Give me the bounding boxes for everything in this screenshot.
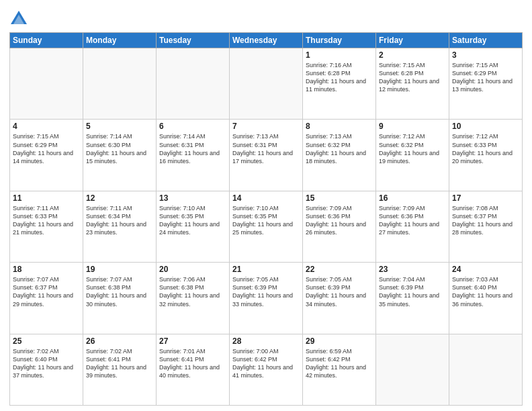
calendar-cell: 21Sunrise: 7:05 AM Sunset: 6:39 PM Dayli… xyxy=(230,263,303,334)
day-info: Sunrise: 7:15 AM Sunset: 6:28 PM Dayligh… xyxy=(379,61,446,94)
calendar-cell: 8Sunrise: 7:13 AM Sunset: 6:32 PM Daylig… xyxy=(303,120,376,191)
day-info: Sunrise: 7:01 AM Sunset: 6:41 PM Dayligh… xyxy=(159,347,226,380)
day-number: 25 xyxy=(13,336,80,346)
day-info: Sunrise: 7:05 AM Sunset: 6:39 PM Dayligh… xyxy=(306,275,373,308)
calendar-cell: 24Sunrise: 7:03 AM Sunset: 6:40 PM Dayli… xyxy=(449,263,523,334)
logo xyxy=(9,9,30,28)
day-number: 12 xyxy=(86,193,153,203)
day-number: 29 xyxy=(306,336,373,346)
calendar-cell: 6Sunrise: 7:14 AM Sunset: 6:31 PM Daylig… xyxy=(157,120,230,191)
calendar-cell: 4Sunrise: 7:15 AM Sunset: 6:29 PM Daylig… xyxy=(10,120,83,191)
weekday-monday: Monday xyxy=(83,33,157,48)
day-info: Sunrise: 7:09 AM Sunset: 6:36 PM Dayligh… xyxy=(306,204,373,237)
calendar-cell: 25Sunrise: 7:02 AM Sunset: 6:40 PM Dayli… xyxy=(10,334,83,405)
day-info: Sunrise: 7:11 AM Sunset: 6:33 PM Dayligh… xyxy=(13,204,80,237)
week-row-3: 18Sunrise: 7:07 AM Sunset: 6:37 PM Dayli… xyxy=(10,263,523,334)
calendar-cell: 11Sunrise: 7:11 AM Sunset: 6:33 PM Dayli… xyxy=(10,191,83,262)
calendar-cell: 13Sunrise: 7:10 AM Sunset: 6:35 PM Dayli… xyxy=(157,191,230,262)
day-number: 6 xyxy=(159,122,226,131)
calendar-cell: 1Sunrise: 7:16 AM Sunset: 6:28 PM Daylig… xyxy=(303,48,376,120)
day-info: Sunrise: 7:14 AM Sunset: 6:30 PM Dayligh… xyxy=(86,132,153,165)
calendar-cell: 27Sunrise: 7:01 AM Sunset: 6:41 PM Dayli… xyxy=(157,334,230,405)
calendar-cell: 26Sunrise: 7:02 AM Sunset: 6:41 PM Dayli… xyxy=(83,334,157,405)
day-info: Sunrise: 7:09 AM Sunset: 6:36 PM Dayligh… xyxy=(379,204,446,237)
day-info: Sunrise: 6:59 AM Sunset: 6:42 PM Dayligh… xyxy=(306,347,373,380)
weekday-saturday: Saturday xyxy=(449,33,523,48)
day-number: 11 xyxy=(13,193,80,203)
day-number: 22 xyxy=(306,265,373,274)
day-info: Sunrise: 7:07 AM Sunset: 6:38 PM Dayligh… xyxy=(86,275,153,308)
day-info: Sunrise: 7:08 AM Sunset: 6:37 PM Dayligh… xyxy=(452,204,519,237)
day-number: 10 xyxy=(452,122,519,131)
day-info: Sunrise: 7:13 AM Sunset: 6:31 PM Dayligh… xyxy=(232,132,300,165)
day-number: 28 xyxy=(232,336,300,346)
day-number: 15 xyxy=(306,193,373,203)
day-info: Sunrise: 7:06 AM Sunset: 6:38 PM Dayligh… xyxy=(159,275,226,308)
calendar-cell xyxy=(157,48,230,120)
day-number: 18 xyxy=(13,265,80,274)
week-row-4: 25Sunrise: 7:02 AM Sunset: 6:40 PM Dayli… xyxy=(10,334,523,405)
calendar-cell: 17Sunrise: 7:08 AM Sunset: 6:37 PM Dayli… xyxy=(449,191,523,262)
weekday-sunday: Sunday xyxy=(10,33,83,48)
day-number: 26 xyxy=(86,336,153,346)
calendar-cell: 12Sunrise: 7:11 AM Sunset: 6:34 PM Dayli… xyxy=(83,191,157,262)
day-info: Sunrise: 7:16 AM Sunset: 6:28 PM Dayligh… xyxy=(306,61,373,94)
day-info: Sunrise: 7:11 AM Sunset: 6:34 PM Dayligh… xyxy=(86,204,153,237)
day-number: 23 xyxy=(379,265,446,274)
header xyxy=(9,7,523,28)
calendar-cell xyxy=(10,48,83,120)
calendar-cell: 20Sunrise: 7:06 AM Sunset: 6:38 PM Dayli… xyxy=(157,263,230,334)
calendar-cell: 29Sunrise: 6:59 AM Sunset: 6:42 PM Dayli… xyxy=(303,334,376,405)
calendar-cell: 14Sunrise: 7:10 AM Sunset: 6:35 PM Dayli… xyxy=(230,191,303,262)
calendar-cell: 18Sunrise: 7:07 AM Sunset: 6:37 PM Dayli… xyxy=(10,263,83,334)
weekday-wednesday: Wednesday xyxy=(230,33,303,48)
day-info: Sunrise: 7:13 AM Sunset: 6:32 PM Dayligh… xyxy=(306,132,373,165)
calendar-cell: 28Sunrise: 7:00 AM Sunset: 6:42 PM Dayli… xyxy=(230,334,303,405)
day-number: 4 xyxy=(13,122,80,131)
day-number: 17 xyxy=(452,193,519,203)
day-info: Sunrise: 7:03 AM Sunset: 6:40 PM Dayligh… xyxy=(452,275,519,308)
day-info: Sunrise: 7:02 AM Sunset: 6:40 PM Dayligh… xyxy=(13,347,80,380)
calendar-cell: 3Sunrise: 7:15 AM Sunset: 6:29 PM Daylig… xyxy=(449,48,523,120)
day-info: Sunrise: 7:10 AM Sunset: 6:35 PM Dayligh… xyxy=(159,204,226,237)
day-number: 3 xyxy=(452,50,519,60)
weekday-friday: Friday xyxy=(376,33,449,48)
weekday-tuesday: Tuesday xyxy=(157,33,230,48)
calendar-cell: 16Sunrise: 7:09 AM Sunset: 6:36 PM Dayli… xyxy=(376,191,449,262)
day-number: 7 xyxy=(232,122,300,131)
day-number: 19 xyxy=(86,265,153,274)
day-info: Sunrise: 7:12 AM Sunset: 6:33 PM Dayligh… xyxy=(452,132,519,165)
calendar-cell xyxy=(449,334,523,405)
week-row-0: 1Sunrise: 7:16 AM Sunset: 6:28 PM Daylig… xyxy=(10,48,523,120)
calendar-cell: 9Sunrise: 7:12 AM Sunset: 6:32 PM Daylig… xyxy=(376,120,449,191)
day-info: Sunrise: 7:15 AM Sunset: 6:29 PM Dayligh… xyxy=(452,61,519,94)
day-info: Sunrise: 7:07 AM Sunset: 6:37 PM Dayligh… xyxy=(13,275,80,308)
day-info: Sunrise: 7:04 AM Sunset: 6:39 PM Dayligh… xyxy=(379,275,446,308)
day-number: 2 xyxy=(379,50,446,60)
day-number: 9 xyxy=(379,122,446,131)
week-row-2: 11Sunrise: 7:11 AM Sunset: 6:33 PM Dayli… xyxy=(10,191,523,262)
calendar-cell: 19Sunrise: 7:07 AM Sunset: 6:38 PM Dayli… xyxy=(83,263,157,334)
calendar-cell xyxy=(83,48,157,120)
day-number: 5 xyxy=(86,122,153,131)
calendar-cell: 15Sunrise: 7:09 AM Sunset: 6:36 PM Dayli… xyxy=(303,191,376,262)
day-number: 21 xyxy=(232,265,300,274)
day-info: Sunrise: 7:05 AM Sunset: 6:39 PM Dayligh… xyxy=(232,275,300,308)
calendar-cell xyxy=(230,48,303,120)
day-info: Sunrise: 7:12 AM Sunset: 6:32 PM Dayligh… xyxy=(379,132,446,165)
calendar-cell: 22Sunrise: 7:05 AM Sunset: 6:39 PM Dayli… xyxy=(303,263,376,334)
calendar-cell: 23Sunrise: 7:04 AM Sunset: 6:39 PM Dayli… xyxy=(376,263,449,334)
logo-icon xyxy=(9,9,28,28)
day-info: Sunrise: 7:02 AM Sunset: 6:41 PM Dayligh… xyxy=(86,347,153,380)
day-number: 24 xyxy=(452,265,519,274)
page: SundayMondayTuesdayWednesdayThursdayFrid… xyxy=(0,0,532,411)
day-number: 14 xyxy=(232,193,300,203)
day-number: 8 xyxy=(306,122,373,131)
day-info: Sunrise: 7:14 AM Sunset: 6:31 PM Dayligh… xyxy=(159,132,226,165)
day-number: 16 xyxy=(379,193,446,203)
weekday-thursday: Thursday xyxy=(303,33,376,48)
day-number: 27 xyxy=(159,336,226,346)
day-number: 1 xyxy=(306,50,373,60)
day-number: 13 xyxy=(159,193,226,203)
calendar-cell: 10Sunrise: 7:12 AM Sunset: 6:33 PM Dayli… xyxy=(449,120,523,191)
